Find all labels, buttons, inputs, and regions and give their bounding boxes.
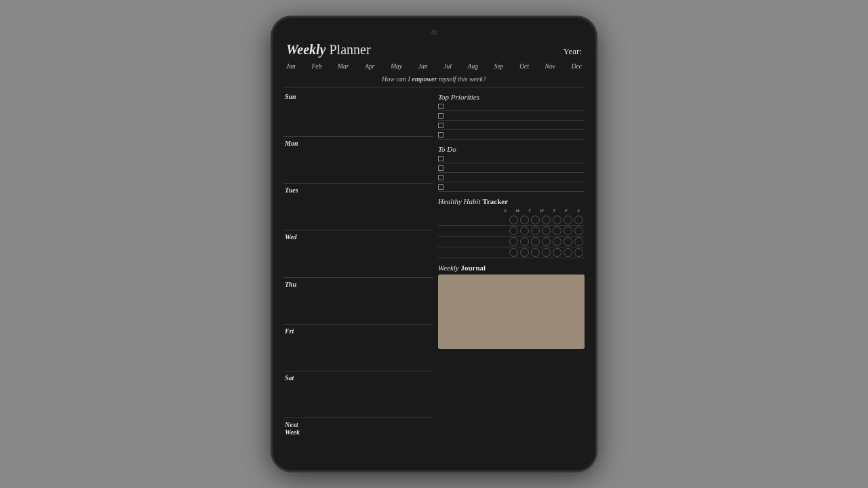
habit-circles-3 bbox=[438, 237, 585, 246]
month-apr[interactable]: Apr bbox=[365, 63, 374, 70]
priority-item-2 bbox=[438, 113, 585, 121]
month-mar[interactable]: Mar bbox=[338, 63, 349, 70]
header-divider bbox=[283, 87, 585, 87]
habit-circles-1 bbox=[438, 216, 585, 224]
top-priorities-title: Top Priorities bbox=[438, 93, 585, 101]
year-label: Year: bbox=[563, 46, 582, 57]
month-aug[interactable]: Aug bbox=[468, 63, 478, 70]
day-next-week: NextWeek bbox=[283, 418, 433, 464]
todo-section: To Do bbox=[438, 142, 585, 195]
habit-circle[interactable] bbox=[564, 216, 572, 224]
month-nov[interactable]: Nov bbox=[545, 63, 555, 70]
day-sun: Sun bbox=[283, 90, 433, 137]
habit-day-w: W bbox=[537, 208, 547, 214]
day-sat: Sat bbox=[283, 371, 433, 418]
habit-circle[interactable] bbox=[574, 216, 583, 224]
quote-emphasis: empower bbox=[412, 75, 437, 83]
journal-area[interactable] bbox=[438, 274, 585, 349]
app-title: Weekly Planner bbox=[286, 42, 371, 58]
todo-item-2 bbox=[438, 165, 585, 173]
habit-day-t2: T bbox=[549, 208, 559, 214]
habit-circle[interactable] bbox=[542, 248, 551, 257]
priority-checkbox-3[interactable] bbox=[438, 123, 443, 128]
habit-circle[interactable] bbox=[531, 248, 540, 257]
habit-circle[interactable] bbox=[531, 237, 540, 246]
habit-circle[interactable] bbox=[574, 248, 583, 257]
month-nav: JanFebMarAprMayJunJulAugSepOctNovDec bbox=[283, 63, 585, 70]
day-label-sat: Sat bbox=[285, 374, 431, 382]
month-jul[interactable]: Jul bbox=[443, 63, 452, 70]
habit-day-m: M bbox=[513, 208, 522, 214]
day-mon: Mon bbox=[283, 137, 433, 184]
habit-circle[interactable] bbox=[542, 237, 551, 246]
planner: Weekly Planner Year: JanFebMarAprMayJunJ… bbox=[283, 42, 585, 470]
habit-day-headers: S M T W T F S bbox=[438, 208, 585, 214]
habit-row-2 bbox=[438, 226, 585, 237]
habit-circles-2 bbox=[438, 226, 585, 235]
habit-circle[interactable] bbox=[564, 226, 572, 235]
quote-suffix: myself this week? bbox=[437, 75, 486, 83]
habit-circle[interactable] bbox=[509, 226, 518, 235]
habit-circle[interactable] bbox=[509, 216, 518, 224]
habit-circle[interactable] bbox=[509, 237, 518, 246]
header: Weekly Planner Year: bbox=[283, 42, 585, 58]
habit-circle[interactable] bbox=[553, 226, 561, 235]
day-fri: Fri bbox=[283, 325, 433, 371]
priority-checkbox-1[interactable] bbox=[438, 104, 443, 109]
habit-circle[interactable] bbox=[531, 216, 540, 224]
journal-title: Weekly Journal bbox=[438, 264, 585, 272]
month-oct[interactable]: Oct bbox=[519, 63, 529, 70]
month-jun[interactable]: Jun bbox=[418, 63, 428, 70]
habit-day-s1: S bbox=[500, 208, 510, 214]
habit-circle[interactable] bbox=[553, 216, 561, 224]
habit-circle[interactable] bbox=[542, 226, 551, 235]
day-label-next-week: NextWeek bbox=[285, 421, 431, 436]
habit-circle[interactable] bbox=[553, 237, 561, 246]
habit-circle[interactable] bbox=[531, 226, 540, 235]
todo-checkbox-4[interactable] bbox=[438, 184, 443, 190]
month-sep[interactable]: Sep bbox=[494, 63, 504, 70]
habit-circle[interactable] bbox=[520, 216, 529, 224]
habit-circle[interactable] bbox=[542, 216, 551, 224]
habit-tracker-section: Healthy Habit Tracker S M T W T F S bbox=[438, 195, 585, 258]
habit-circle[interactable] bbox=[520, 237, 529, 246]
day-label-wed: Wed bbox=[285, 233, 431, 241]
habit-circle[interactable] bbox=[564, 248, 572, 257]
todo-list bbox=[438, 156, 585, 192]
days-column: Sun Mon Tues Wed Thu Fri Sat bbox=[283, 90, 433, 464]
todo-checkbox-3[interactable] bbox=[438, 175, 443, 180]
priority-checkbox-4[interactable] bbox=[438, 132, 443, 138]
habit-circle[interactable] bbox=[564, 237, 572, 246]
day-thu: Thu bbox=[283, 278, 433, 325]
motivational-quote: How can I empower myself this week? bbox=[283, 75, 585, 83]
habit-circle[interactable] bbox=[553, 248, 561, 257]
habit-day-s2: S bbox=[574, 208, 583, 214]
priority-checkbox-2[interactable] bbox=[438, 113, 443, 119]
habit-day-f: F bbox=[561, 208, 571, 214]
priority-item-3 bbox=[438, 123, 585, 130]
todo-item-1 bbox=[438, 156, 585, 163]
habit-row-4 bbox=[438, 247, 585, 258]
right-column: Top Priorities bbox=[438, 90, 585, 464]
habit-circle[interactable] bbox=[520, 248, 529, 257]
habit-circle[interactable] bbox=[520, 226, 529, 235]
habit-circle[interactable] bbox=[574, 226, 583, 235]
month-may[interactable]: May bbox=[391, 63, 402, 70]
todo-checkbox-2[interactable] bbox=[438, 165, 443, 171]
month-dec[interactable]: Dec bbox=[572, 63, 582, 70]
todo-item-3 bbox=[438, 175, 585, 182]
habit-row-1 bbox=[438, 215, 585, 226]
month-feb[interactable]: Feb bbox=[311, 63, 321, 70]
day-tues: Tues bbox=[283, 184, 433, 230]
todo-checkbox-1[interactable] bbox=[438, 156, 443, 161]
habit-tracker-title: Healthy Habit Tracker bbox=[438, 197, 585, 205]
priority-item-4 bbox=[438, 132, 585, 140]
month-jan[interactable]: Jan bbox=[286, 63, 296, 70]
day-wed: Wed bbox=[283, 230, 433, 277]
day-label-fri: Fri bbox=[285, 327, 431, 335]
habit-circle[interactable] bbox=[509, 248, 518, 257]
todo-item-4 bbox=[438, 184, 585, 192]
habit-circle[interactable] bbox=[574, 237, 583, 246]
journal-section: Weekly Journal bbox=[438, 261, 585, 464]
day-label-thu: Thu bbox=[285, 281, 431, 288]
